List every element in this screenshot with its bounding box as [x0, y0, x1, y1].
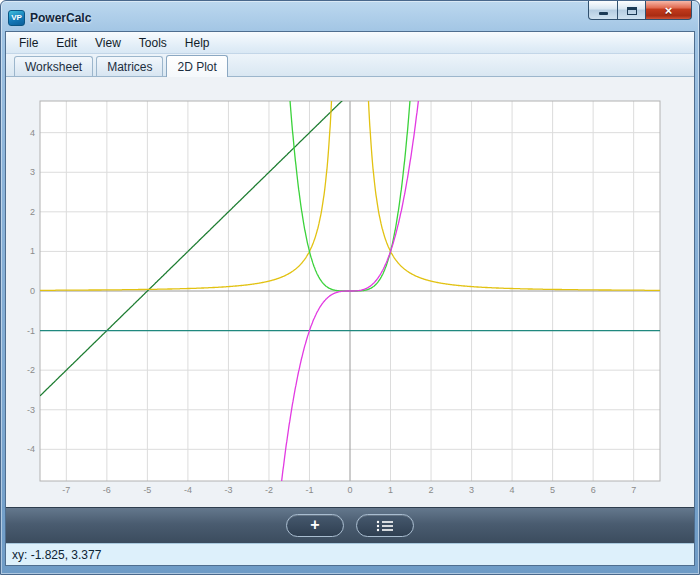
- svg-text:0: 0: [347, 485, 352, 495]
- svg-text:1: 1: [30, 246, 35, 256]
- maximize-button[interactable]: [618, 1, 646, 20]
- tab-bar: Worksheet Matrices 2D Plot: [6, 54, 694, 77]
- plot-list-button[interactable]: [356, 514, 414, 537]
- svg-text:-3: -3: [224, 485, 232, 495]
- menu-item-tools[interactable]: Tools: [130, 33, 176, 53]
- svg-text:-7: -7: [62, 485, 70, 495]
- window-title: PowerCalc: [30, 11, 91, 25]
- tab-worksheet[interactable]: Worksheet: [14, 56, 93, 76]
- status-bar: xy: -1.825, 3.377: [6, 543, 694, 565]
- svg-text:-1: -1: [27, 326, 35, 336]
- maximize-icon: [627, 7, 637, 15]
- svg-text:-1: -1: [305, 485, 313, 495]
- app-icon[interactable]: VP: [8, 10, 25, 26]
- svg-text:5: 5: [550, 485, 555, 495]
- svg-text:3: 3: [469, 485, 474, 495]
- cursor-coordinates: xy: -1.825, 3.377: [12, 548, 101, 562]
- svg-text:2: 2: [30, 207, 35, 217]
- svg-text:4: 4: [30, 128, 35, 138]
- svg-text:3: 3: [30, 167, 35, 177]
- svg-text:1: 1: [388, 485, 393, 495]
- svg-text:-4: -4: [27, 444, 35, 454]
- menu-item-file[interactable]: File: [10, 33, 47, 53]
- window-controls: ×: [588, 1, 692, 20]
- svg-text:0: 0: [30, 286, 35, 296]
- svg-text:-4: -4: [184, 485, 192, 495]
- menu-item-edit[interactable]: Edit: [47, 33, 86, 53]
- plot-canvas[interactable]: -7-6-5-4-3-2-101234567-4-3-2-101234: [6, 77, 694, 507]
- plot-panel: -7-6-5-4-3-2-101234567-4-3-2-101234: [6, 77, 694, 507]
- minimize-icon: [599, 12, 608, 15]
- svg-text:-6: -6: [103, 485, 111, 495]
- svg-text:-3: -3: [27, 405, 35, 415]
- svg-text:-5: -5: [143, 485, 151, 495]
- close-icon: ×: [665, 2, 673, 19]
- plot-toolbar: +: [6, 507, 694, 543]
- client-area: File Edit View Tools Help Worksheet Matr…: [5, 31, 695, 566]
- app-logo-text: VP: [11, 13, 22, 22]
- list-icon: [376, 520, 394, 532]
- svg-text:6: 6: [591, 485, 596, 495]
- minimize-button[interactable]: [588, 1, 618, 20]
- svg-text:-2: -2: [265, 485, 273, 495]
- title-bar[interactable]: VP PowerCalc ×: [5, 1, 695, 31]
- window: VP PowerCalc × File Edit View Tools Help…: [0, 0, 700, 575]
- tab-2d-plot[interactable]: 2D Plot: [166, 55, 227, 77]
- svg-text:7: 7: [631, 485, 636, 495]
- menu-item-view[interactable]: View: [86, 33, 130, 53]
- close-button[interactable]: ×: [646, 1, 692, 20]
- plus-icon: +: [310, 517, 319, 533]
- tab-matrices[interactable]: Matrices: [96, 56, 163, 76]
- svg-text:4: 4: [510, 485, 515, 495]
- svg-text:2: 2: [429, 485, 434, 495]
- menu-bar: File Edit View Tools Help: [6, 32, 694, 54]
- menu-item-help[interactable]: Help: [176, 33, 219, 53]
- add-plot-button[interactable]: +: [286, 514, 344, 537]
- svg-text:-2: -2: [27, 365, 35, 375]
